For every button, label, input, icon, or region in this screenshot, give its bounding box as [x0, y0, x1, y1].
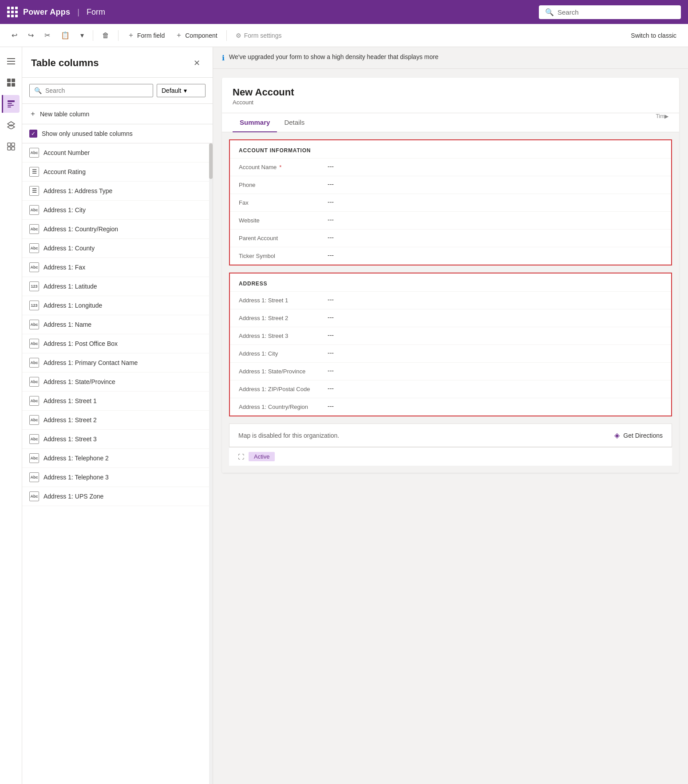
- component-label: Component: [185, 32, 217, 39]
- column-name: Address 1: Address Type: [43, 187, 112, 194]
- column-name: Address 1: Street 2: [43, 416, 97, 424]
- svg-rect-3: [7, 79, 11, 82]
- list-item[interactable]: Abc Address 1: Street 1: [22, 392, 213, 411]
- scrollbar-track[interactable]: [209, 143, 213, 784]
- tab-details[interactable]: Details: [277, 113, 312, 132]
- panel-close-button[interactable]: ✕: [190, 56, 204, 70]
- column-search-box[interactable]: 🔍: [29, 84, 153, 97]
- tab-scroll-indicator: Tim▶: [656, 113, 668, 132]
- list-item[interactable]: 123 Address 1: Latitude: [22, 277, 213, 296]
- nav-dashboard[interactable]: [2, 74, 20, 91]
- list-item[interactable]: Abc Address 1: Street 2: [22, 411, 213, 430]
- cut-icon: ✂: [44, 31, 50, 40]
- field-label-zip: Address 1: ZIP/Postal Code: [239, 385, 328, 392]
- search-box[interactable]: 🔍 Search: [539, 5, 681, 19]
- field-value-street-1[interactable]: ---: [328, 296, 662, 303]
- field-label-fax: Fax: [239, 198, 328, 206]
- list-item[interactable]: 123 Address 1: Longitude: [22, 296, 213, 315]
- field-label-ticker-symbol: Ticker Symbol: [239, 252, 328, 259]
- required-star: *: [279, 164, 281, 170]
- switch-classic-button[interactable]: Switch to classic: [626, 29, 681, 42]
- separator-2: [118, 30, 119, 41]
- show-unused-checkbox-row[interactable]: ✓ Show only unused table columns: [22, 124, 213, 143]
- form-subtitle: Account: [233, 99, 668, 106]
- nav-form-editor[interactable]: [2, 95, 20, 113]
- form-title: New Account: [233, 87, 668, 98]
- column-name: Address 1: UPS Zone: [43, 493, 103, 500]
- list-item[interactable]: Abc Address 1: Post Office Box: [22, 334, 213, 353]
- list-item[interactable]: Abc Address 1: Telephone 3: [22, 468, 213, 487]
- list-item[interactable]: ☰ Address 1: Address Type: [22, 182, 213, 201]
- column-icon: ☰: [29, 167, 39, 177]
- column-icon: Abc: [29, 396, 39, 406]
- scrollbar-thumb[interactable]: [209, 143, 213, 179]
- list-item[interactable]: Abc Account Number: [22, 143, 213, 162]
- expand-icon[interactable]: ⛶: [238, 453, 244, 460]
- dropdown-value: Default: [162, 87, 181, 94]
- list-item[interactable]: Abc Address 1: Primary Contact Name: [22, 353, 213, 372]
- nav-components[interactable]: [2, 138, 20, 155]
- list-item[interactable]: Abc Address 1: State/Province: [22, 372, 213, 392]
- form-field-button[interactable]: ＋ Form field: [123, 28, 169, 43]
- field-value-zip[interactable]: ---: [328, 385, 662, 392]
- redo-button[interactable]: ↪: [24, 28, 38, 42]
- field-value-street-2[interactable]: ---: [328, 314, 662, 321]
- column-search-input[interactable]: [45, 87, 148, 94]
- svg-rect-13: [8, 143, 11, 146]
- column-icon: Abc: [29, 339, 39, 348]
- get-directions-button[interactable]: ◈ Get Directions: [614, 431, 663, 440]
- field-value-country[interactable]: ---: [328, 403, 662, 410]
- field-value-fax[interactable]: ---: [328, 198, 662, 206]
- form-settings-icon: ⚙: [236, 32, 241, 39]
- form-field-label: Form field: [137, 32, 165, 39]
- svg-rect-10: [8, 107, 11, 107]
- field-value-state[interactable]: ---: [328, 367, 662, 374]
- field-value-ticker-symbol[interactable]: ---: [328, 252, 662, 259]
- paste-button[interactable]: 📋: [56, 28, 74, 42]
- column-icon: Abc: [29, 205, 39, 215]
- list-item[interactable]: Abc Address 1: County: [22, 239, 213, 258]
- column-name: Account Rating: [43, 168, 86, 175]
- field-state: Address 1: State/Province ---: [230, 362, 671, 380]
- field-value-parent-account[interactable]: ---: [328, 234, 662, 241]
- field-value-website[interactable]: ---: [328, 216, 662, 223]
- column-icon: Abc: [29, 224, 39, 234]
- cut-button[interactable]: ✂: [40, 28, 55, 42]
- undo-button[interactable]: ↩: [7, 28, 22, 42]
- tab-summary[interactable]: Summary: [233, 113, 277, 132]
- column-name: Address 1: Name: [43, 321, 91, 328]
- field-value-street-3[interactable]: ---: [328, 332, 662, 339]
- svg-rect-0: [7, 58, 15, 59]
- column-list: Abc Account Number ☰ Account Rating ☰ Ad…: [22, 143, 213, 784]
- list-item[interactable]: Abc Address 1: Fax: [22, 258, 213, 277]
- form-settings-button[interactable]: ⚙ Form settings: [231, 29, 286, 42]
- column-type-dropdown[interactable]: Default ▾: [157, 84, 206, 97]
- svg-rect-6: [12, 83, 15, 87]
- field-value-phone[interactable]: ---: [328, 181, 662, 188]
- field-value-account-name[interactable]: ---: [328, 163, 662, 170]
- show-unused-checkbox[interactable]: ✓: [29, 130, 37, 138]
- list-item[interactable]: ☰ Account Rating: [22, 162, 213, 182]
- info-banner-text: We've upgraded your form to show a high …: [229, 53, 439, 60]
- component-button[interactable]: ＋ Component: [171, 28, 221, 43]
- svg-marker-11: [8, 122, 15, 126]
- nav-hamburger[interactable]: [2, 52, 20, 70]
- list-item[interactable]: Abc Address 1: City: [22, 201, 213, 220]
- delete-button[interactable]: 🗑: [98, 29, 114, 42]
- list-item[interactable]: Abc Address 1: UPS Zone: [22, 487, 213, 506]
- list-item[interactable]: Abc Address 1: Country/Region: [22, 220, 213, 239]
- field-account-name: Account Name * ---: [230, 158, 671, 176]
- dropdown-button[interactable]: ▾: [76, 28, 88, 42]
- waffle-menu[interactable]: [7, 7, 18, 17]
- new-table-column-button[interactable]: ＋ New table column: [22, 104, 213, 124]
- nav-layers[interactable]: [2, 116, 20, 134]
- list-item[interactable]: Abc Address 1: Street 3: [22, 430, 213, 449]
- field-value-city[interactable]: ---: [328, 349, 662, 356]
- get-directions-label: Get Directions: [623, 432, 663, 439]
- main-layout: Table columns ✕ 🔍 Default ▾ ＋ New table …: [0, 47, 688, 784]
- list-item[interactable]: Abc Address 1: Telephone 2: [22, 449, 213, 468]
- form-header: New Account Account: [222, 78, 679, 113]
- toolbar: ↩ ↪ ✂ 📋 ▾ 🗑 ＋ Form field ＋ Component ⚙ F…: [0, 24, 688, 47]
- field-label-state: Address 1: State/Province: [239, 367, 328, 375]
- list-item[interactable]: Abc Address 1: Name: [22, 315, 213, 334]
